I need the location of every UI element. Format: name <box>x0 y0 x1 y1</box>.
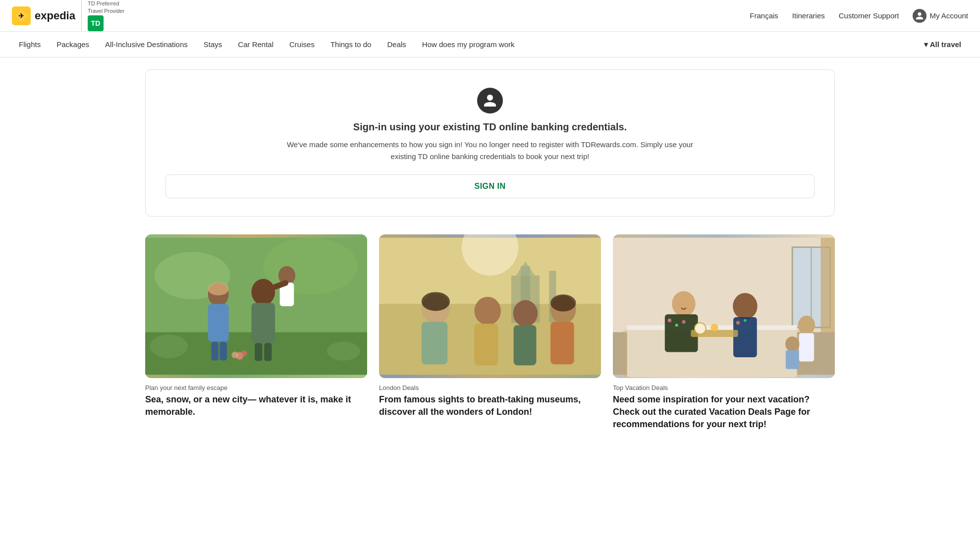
avatar-icon <box>483 93 497 108</box>
signin-button[interactable]: SIGN IN <box>165 174 815 198</box>
svg-point-51 <box>675 324 678 327</box>
nav-flights[interactable]: Flights <box>12 36 48 53</box>
my-account-label: My Account <box>929 11 968 20</box>
signin-card: Sign-in using your existing TD online ba… <box>145 69 835 217</box>
nav-cruises[interactable]: Cruises <box>282 36 322 53</box>
svg-point-21 <box>241 351 247 356</box>
nav-program[interactable]: How does my program work <box>415 36 522 53</box>
svg-point-32 <box>513 300 538 327</box>
svg-rect-10 <box>211 341 218 360</box>
vacation-scene-svg <box>613 234 835 378</box>
top-bar-nav: Français Itineraries Customer Support My… <box>750 9 968 23</box>
signin-description: We've made some enhancements to how you … <box>277 139 703 163</box>
svg-rect-9 <box>208 304 229 341</box>
svg-rect-29 <box>422 322 447 364</box>
svg-text:✈: ✈ <box>18 12 24 20</box>
card-image-london <box>379 234 601 378</box>
card-3-tag: Top Vacation Deals <box>613 384 835 391</box>
signin-avatar-icon <box>477 88 503 113</box>
card-3-title: Need some inspiration for your next vaca… <box>613 393 835 431</box>
svg-rect-60 <box>786 350 799 369</box>
svg-rect-58 <box>799 333 815 361</box>
svg-point-36 <box>422 292 450 311</box>
all-travel-label: All travel <box>930 40 961 49</box>
nav-stays[interactable]: Stays <box>197 36 229 53</box>
card-1-title: Sea, snow, or a new city— whatever it is… <box>145 393 367 418</box>
signin-title: Sign-in using your existing TD online ba… <box>165 121 815 133</box>
nav-all-travel[interactable]: ▾ All travel <box>917 36 968 53</box>
nav-packages[interactable]: Packages <box>50 36 96 53</box>
card-vacation-deals[interactable]: Top Vacation Deals Need some inspiration… <box>613 234 835 431</box>
main-content: Sign-in using your existing TD online ba… <box>133 57 847 443</box>
svg-point-30 <box>475 297 501 325</box>
logo-area: ✈ expedia TD Preferred Travel Provider T… <box>12 0 124 31</box>
top-bar: ✈ expedia TD Preferred Travel Provider T… <box>0 0 980 32</box>
svg-point-7 <box>327 341 360 360</box>
family-scene-svg <box>145 234 367 378</box>
card-1-tag: Plan your next family escape <box>145 384 367 391</box>
svg-rect-16 <box>264 343 272 361</box>
td-line2: Travel Provider <box>88 7 124 14</box>
content-cards-grid: Plan your next family escape Sea, snow, … <box>145 234 835 431</box>
svg-point-63 <box>710 324 718 331</box>
card-image-family <box>145 234 367 378</box>
td-line1: TD Preferred <box>88 0 119 7</box>
expedia-wordmark: expedia <box>35 9 75 22</box>
customer-support-link[interactable]: Customer Support <box>839 11 899 20</box>
svg-rect-31 <box>475 324 498 365</box>
my-account-button[interactable]: My Account <box>913 9 968 23</box>
svg-rect-15 <box>255 343 262 361</box>
card-2-tag: London Deals <box>379 384 601 391</box>
francais-link[interactable]: Français <box>750 11 778 20</box>
svg-point-37 <box>550 294 576 311</box>
chevron-down-icon: ▾ <box>924 40 928 49</box>
svg-point-62 <box>695 323 706 334</box>
svg-rect-14 <box>251 303 275 343</box>
svg-point-50 <box>668 319 672 323</box>
itineraries-link[interactable]: Itineraries <box>792 11 825 20</box>
expedia-logo[interactable]: ✈ expedia <box>12 6 75 25</box>
svg-rect-11 <box>220 341 227 360</box>
main-nav: Flights Packages All-Inclusive Destinati… <box>0 32 980 57</box>
account-icon <box>913 9 926 23</box>
expedia-logo-icon: ✈ <box>12 6 31 25</box>
td-badge-area: TD Preferred Travel Provider TD <box>81 0 124 31</box>
nav-car-rental[interactable]: Car Rental <box>231 36 280 53</box>
card-london-deals[interactable]: London Deals From famous sights to breat… <box>379 234 601 431</box>
svg-point-6 <box>150 334 188 358</box>
svg-point-13 <box>251 279 275 305</box>
person-icon <box>915 11 924 20</box>
nav-deals[interactable]: Deals <box>380 36 413 53</box>
svg-point-55 <box>736 321 740 325</box>
svg-point-52 <box>682 320 686 324</box>
nav-all-inclusive[interactable]: All-Inclusive Destinations <box>98 36 195 53</box>
svg-point-57 <box>798 316 815 334</box>
svg-point-48 <box>672 291 696 316</box>
svg-point-12 <box>208 282 229 295</box>
nav-things-to-do[interactable]: Things to do <box>324 36 379 53</box>
td-logo: TD <box>88 15 104 31</box>
card-2-title: From famous sights to breath-taking muse… <box>379 393 601 418</box>
svg-rect-33 <box>514 325 537 365</box>
card-image-vacation <box>613 234 835 378</box>
svg-point-53 <box>733 293 758 319</box>
svg-rect-35 <box>550 322 574 364</box>
svg-point-59 <box>785 336 800 352</box>
card-family-escape[interactable]: Plan your next family escape Sea, snow, … <box>145 234 367 431</box>
svg-point-56 <box>744 319 747 322</box>
svg-point-22 <box>231 352 238 358</box>
london-scene-svg <box>379 234 601 378</box>
